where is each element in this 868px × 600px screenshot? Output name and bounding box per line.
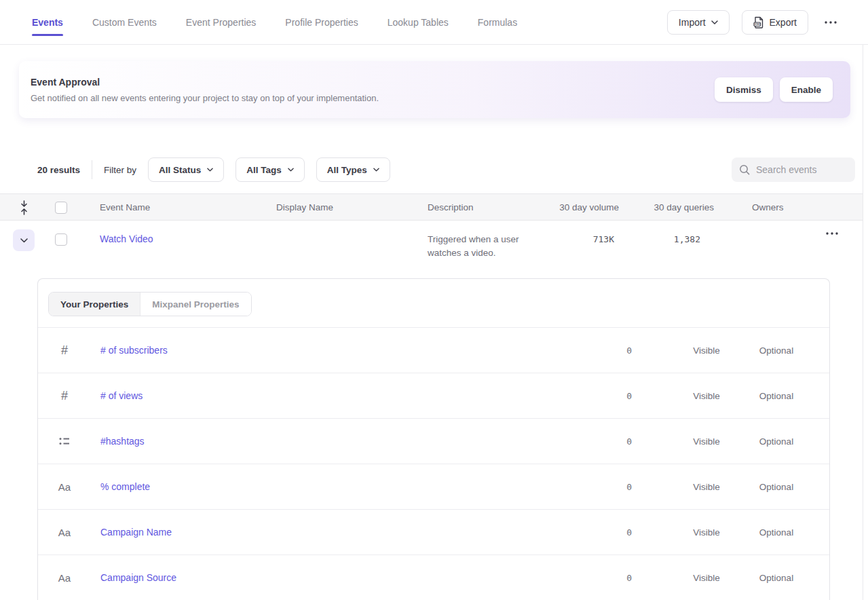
svg-text:csv: csv [754, 22, 759, 26]
property-visibility[interactable]: Visible [682, 573, 731, 583]
toolbar-divider [92, 160, 92, 179]
header-description[interactable]: Description [428, 202, 474, 212]
property-rows: # # of subscribers 0 Visible Optional # … [38, 328, 829, 600]
property-visibility[interactable]: Visible [682, 391, 731, 401]
search-events-input[interactable] [756, 164, 844, 175]
collapse-all-icon[interactable] [19, 200, 29, 215]
event-name-link[interactable]: Watch Video [100, 233, 153, 244]
property-queries: 0 [626, 573, 632, 583]
nav-actions: Import csv Export [667, 0, 841, 44]
event-approval-banner: Event Approval Get notified on all new e… [19, 61, 850, 118]
event-properties-panel: Your Properties Mixpanel Properties # # … [37, 278, 830, 600]
text-type-icon: Aa [56, 572, 73, 584]
events-table-header: Event Name Display Name Description 30 d… [0, 193, 863, 221]
property-name-link[interactable]: # of subscribers [100, 345, 168, 356]
status-filter-dropdown[interactable]: All Status [148, 157, 224, 182]
row-actions-menu-icon[interactable] [823, 229, 841, 238]
search-icon [739, 164, 750, 175]
import-button-label: Import [679, 17, 706, 28]
property-name-link[interactable]: Campaign Name [100, 527, 172, 538]
property-name-link[interactable]: Campaign Source [100, 572, 176, 583]
property-queries: 0 [626, 345, 632, 356]
row-expander-button[interactable] [13, 229, 35, 251]
header-display-name[interactable]: Display Name [276, 202, 333, 212]
filter-by-label: Filter by [104, 165, 136, 175]
tab-your-properties[interactable]: Your Properties [49, 293, 140, 316]
event-30-day-queries: 1,382 [674, 234, 700, 244]
property-name-link[interactable]: % complete [100, 481, 150, 492]
property-visibility[interactable]: Visible [682, 527, 731, 538]
tab-formulas[interactable]: Formulas [478, 0, 517, 44]
chevron-down-icon [711, 20, 718, 24]
property-row: # # of views 0 Visible Optional [38, 373, 829, 419]
header-30-day-queries[interactable]: 30 day queries [654, 202, 714, 212]
tab-event-properties[interactable]: Event Properties [186, 0, 257, 44]
property-visibility[interactable]: Visible [682, 345, 731, 356]
top-navigation: Events Custom Events Event Properties Pr… [0, 0, 868, 45]
property-requirement[interactable]: Optional [752, 391, 801, 401]
properties-tab-control: Your Properties Mixpanel Properties [48, 292, 252, 316]
banner-actions: Dismiss Enable [715, 77, 833, 102]
property-row: #hashtags 0 Visible Optional [38, 419, 829, 464]
header-30-day-volume[interactable]: 30 day volume [559, 202, 619, 212]
text-type-icon: Aa [56, 527, 73, 538]
property-queries: 0 [626, 482, 632, 492]
property-visibility[interactable]: Visible [682, 482, 731, 492]
property-row: # # of subscribers 0 Visible Optional [38, 328, 829, 373]
results-count: 20 results [37, 165, 80, 175]
tab-mixpanel-properties[interactable]: Mixpanel Properties [140, 293, 250, 316]
event-30-day-volume: 713K [593, 234, 614, 244]
export-button[interactable]: csv Export [742, 10, 808, 35]
number-type-icon: # [56, 343, 73, 358]
tab-profile-properties[interactable]: Profile Properties [285, 0, 358, 44]
more-options-icon[interactable] [820, 18, 841, 26]
property-requirement[interactable]: Optional [752, 573, 801, 583]
tab-events[interactable]: Events [32, 0, 63, 44]
import-button[interactable]: Import [667, 10, 730, 35]
nav-tab-list: Events Custom Events Event Properties Pr… [32, 0, 517, 44]
tab-lookup-tables[interactable]: Lookup Tables [388, 0, 449, 44]
property-row: Aa % complete 0 Visible Optional [38, 464, 829, 510]
export-button-label: Export [770, 17, 797, 28]
event-description: Triggered when a user watches a video. [428, 233, 535, 260]
header-owners[interactable]: Owners [752, 202, 784, 212]
property-row: Aa Campaign Source 0 Visible Optional [38, 555, 829, 600]
csv-file-icon: csv [753, 16, 764, 29]
dismiss-button[interactable]: Dismiss [715, 77, 773, 102]
tags-filter-dropdown[interactable]: All Tags [235, 157, 305, 182]
tab-custom-events[interactable]: Custom Events [92, 0, 157, 44]
property-requirement[interactable]: Optional [752, 345, 801, 356]
select-all-checkbox[interactable] [55, 202, 67, 214]
banner-title: Event Approval [31, 77, 100, 88]
property-requirement[interactable]: Optional [752, 482, 801, 492]
search-events-box [732, 157, 855, 182]
list-type-icon [56, 437, 73, 446]
enable-button[interactable]: Enable [780, 77, 833, 102]
text-type-icon: Aa [56, 481, 73, 493]
property-row: Aa Campaign Name 0 Visible Optional [38, 510, 829, 555]
property-queries: 0 [626, 436, 632, 447]
property-visibility[interactable]: Visible [682, 436, 731, 447]
row-checkbox[interactable] [55, 233, 67, 246]
chevron-down-icon [373, 168, 379, 172]
property-requirement[interactable]: Optional [752, 436, 801, 447]
property-name-link[interactable]: #hashtags [100, 436, 145, 447]
property-name-link[interactable]: # of views [100, 390, 143, 401]
property-requirement[interactable]: Optional [752, 527, 801, 538]
tags-filter-value: All Tags [246, 165, 282, 175]
event-row-watch-video: Watch Video Triggered when a user watche… [0, 221, 863, 278]
chevron-down-icon [288, 168, 294, 172]
chevron-down-icon [207, 168, 213, 172]
filter-toolbar: 20 results Filter by All Status All Tags… [37, 157, 390, 182]
number-type-icon: # [56, 389, 73, 403]
property-queries: 0 [626, 527, 632, 538]
header-event-name[interactable]: Event Name [100, 202, 150, 212]
status-filter-value: All Status [159, 165, 201, 175]
lexicon-events-page: Events Custom Events Event Properties Pr… [0, 0, 868, 600]
property-queries: 0 [626, 391, 632, 401]
types-filter-value: All Types [327, 165, 367, 175]
types-filter-dropdown[interactable]: All Types [316, 157, 390, 182]
scroll-rail-divider[interactable] [863, 45, 863, 600]
banner-description: Get notified on all new events entering … [31, 93, 379, 103]
